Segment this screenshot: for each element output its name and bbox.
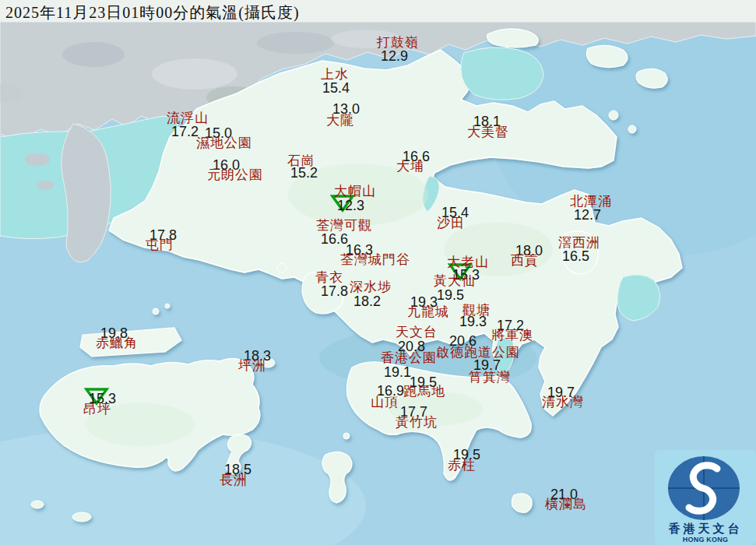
- station-name-label: 長洲: [220, 473, 248, 487]
- west-islet: [37, 181, 54, 190]
- tap-mun-island: [609, 111, 618, 120]
- station-name-label: 筲箕灣: [469, 371, 511, 384]
- station-name-label: 北潭涌: [570, 195, 612, 208]
- station-name-label: 上水: [321, 68, 349, 81]
- station-name-label: 赤鱲角: [96, 336, 138, 350]
- station-temp-value: 17.2: [171, 125, 199, 139]
- soko-islet: [72, 512, 91, 522]
- brothers-islet: [153, 308, 159, 315]
- station-name-label: 坪洲: [238, 359, 266, 372]
- station-temp-value: 17.8: [321, 284, 348, 298]
- station-name-label: 青衣: [315, 271, 343, 284]
- hko-logo: 香港天文台 HONG KONG OBSERVATORY: [655, 450, 756, 545]
- station-name-label: 濕地公園: [196, 136, 252, 149]
- ma-wan-island: [277, 263, 287, 272]
- station-name-label: 屯門: [146, 238, 174, 251]
- station-name-label: 大帽山: [334, 185, 376, 198]
- station-temp-value: 19.5: [437, 288, 464, 302]
- temperature-map-screenshot: 2025年11月23日01時00分的氣溫(攝氏度) 12.9打鼓嶺15.4上水1…: [0, 0, 756, 545]
- station-name-label: 將軍澳: [491, 329, 533, 342]
- station-name-label: 西貢: [511, 254, 539, 267]
- station-temp-value: 16.6: [321, 232, 348, 246]
- station-name-label: 觀塘: [462, 304, 491, 317]
- double-haven-island-shape: [586, 45, 628, 67]
- hong-kong-basemap: [0, 0, 756, 545]
- station-name-label: 橫瀾島: [545, 498, 587, 511]
- station-temp-value: 12.7: [574, 208, 601, 222]
- station-name-label: 大老山: [447, 255, 489, 269]
- station-name-label: 大埔: [396, 160, 424, 173]
- station-name-label: 元朗公園: [207, 168, 263, 181]
- west-islet: [25, 153, 50, 166]
- brothers-islet: [165, 304, 170, 308]
- station-name-label: 山頂: [371, 396, 399, 409]
- map-title: 2025年11月23日01時00分的氣溫(攝氏度): [5, 2, 300, 23]
- station-temp-value: 16.5: [562, 249, 589, 263]
- station-temp-value: 12.9: [381, 49, 408, 63]
- station-name-label: 流浮山: [167, 111, 209, 125]
- station-temp-value: 18.2: [353, 294, 381, 308]
- station-name-label: 大隴: [326, 114, 354, 127]
- station-name-label: 香港公園: [381, 351, 437, 364]
- station-name-label: 荃灣城門谷: [340, 253, 410, 266]
- station-name-label: 荃灣可觀: [316, 219, 372, 232]
- station-name-label: 跑馬地: [403, 385, 445, 398]
- station-name-label: 黃大仙: [434, 274, 476, 287]
- station-name-label: 黃竹坑: [396, 416, 438, 429]
- station-temp-value: 15.4: [322, 81, 350, 95]
- station-name-label: 大美督: [467, 125, 509, 139]
- station-name-label: 滘西洲: [558, 236, 600, 249]
- station-name-label: 深水埗: [350, 280, 392, 294]
- station-name-label: 打鼓嶺: [377, 36, 419, 49]
- station-name-label: 昂坪: [83, 403, 111, 416]
- logo-name-english: HONG KONG OBSERVATORY: [655, 536, 756, 545]
- station-temp-value: 19.1: [384, 365, 411, 379]
- green-island: [343, 433, 350, 439]
- station-name-label: 九龍城: [407, 305, 449, 318]
- station-name-label: 石崗: [287, 154, 315, 167]
- grass-island: [628, 125, 636, 133]
- logo-name-chinese: 香港天文台: [655, 522, 756, 536]
- soko-islet: [31, 501, 44, 508]
- po-toi-island-shape: [512, 494, 532, 513]
- station-name-label: 天文台: [396, 325, 438, 339]
- station-name-label: 赤柱: [448, 459, 476, 472]
- station-name-label: 清水灣: [542, 396, 584, 409]
- station-temp-value: 12.3: [337, 199, 364, 213]
- station-name-label: 沙田: [437, 216, 465, 230]
